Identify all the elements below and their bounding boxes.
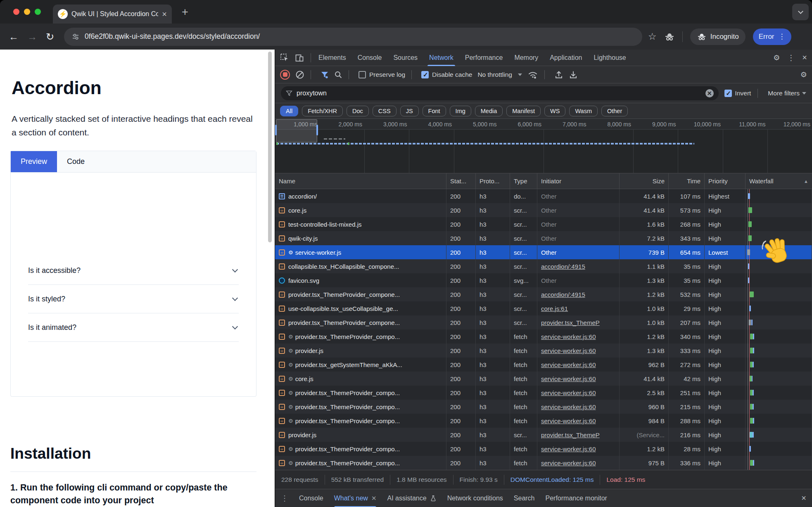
filter-input[interactable]: proxytown ✕ [281,86,719,100]
initiator-link[interactable]: service-worker.js:60 [541,417,596,424]
filter-chip-wasm[interactable]: Wasm [569,106,598,116]
filter-funnel-icon[interactable] [321,71,329,79]
search-icon[interactable] [334,71,342,79]
selection-right-handle[interactable] [316,125,318,135]
drawer-tab-close-icon[interactable]: ✕ [371,495,377,502]
drawer-tab-console[interactable]: Console [299,489,323,507]
tab-search-chevron-button[interactable] [792,4,809,20]
initiator-link[interactable]: service-worker.js:60 [541,333,596,340]
filter-chip-media[interactable]: Media [475,106,503,116]
import-har-icon[interactable] [554,70,563,79]
close-window-button[interactable] [13,9,19,15]
column-header-name[interactable]: Name [275,173,446,189]
device-toolbar-button[interactable] [295,53,304,62]
devtools-menu-icon[interactable]: ⋮ [787,53,795,62]
network-request-row[interactable]: ⚙provider.tsx_ThemeProvider_compo...200h… [275,329,812,344]
drawer-menu-icon[interactable]: ⋮ [281,494,288,503]
network-overview-timeline[interactable]: 1,000 ms2,000 ms3,000 ms4,000 ms5,000 ms… [275,119,812,173]
accordion-item[interactable]: Is it animated? [28,313,239,342]
devtools-tab-application[interactable]: Application [550,50,582,66]
filter-chip-img[interactable]: Img [450,106,471,116]
initiator-link[interactable]: service-worker.js:60 [541,445,596,453]
initiator-link[interactable]: accordion/:4915 [541,263,585,270]
more-filters-button[interactable]: More filters [768,90,806,97]
invert-checkbox[interactable] [724,90,732,97]
initiator-link[interactable]: provider.tsx_ThemeP [541,431,600,438]
incognito-badge[interactable]: Incognito [690,28,746,45]
devtools-tab-network[interactable]: Network [429,50,453,66]
network-request-row[interactable]: use-collapsible.tsx_useCollapsible_ge...… [275,301,812,315]
network-conditions-icon[interactable] [527,70,538,79]
network-request-row[interactable]: ⚙provider.tsx_ThemeProvider_compo...200h… [275,400,812,414]
preserve-log-toggle[interactable]: Preserve log [359,71,405,78]
devtools-tab-console[interactable]: Console [358,50,382,66]
column-header-size[interactable]: Size [620,173,669,189]
column-header-proto[interactable]: Proto... [476,173,510,189]
tab-code[interactable]: Code [57,151,95,172]
initiator-link[interactable]: service-worker.js:60 [541,460,596,467]
export-har-icon[interactable] [569,70,578,79]
network-request-row[interactable]: provider.tsx_ThemeProvider_compone...200… [275,315,812,329]
devtools-tab-sources[interactable]: Sources [393,50,418,66]
reload-button[interactable]: ↻ [46,31,54,43]
devtools-close-icon[interactable]: × [802,53,807,62]
network-request-row[interactable]: qwik-city.js200h3scr...Other7.2 kB343 ms… [275,231,812,245]
drawer-tab-aiassistance[interactable]: AI assistance [387,489,436,507]
tab-preview[interactable]: Preview [11,151,57,172]
filter-chip-other[interactable]: Other [601,106,628,116]
filter-chip-font[interactable]: Font [423,106,446,116]
column-header-type[interactable]: Type [510,173,537,189]
drawer-close-icon[interactable]: × [801,493,806,503]
network-settings-gear-icon[interactable]: ⚙ [800,70,807,79]
network-request-row[interactable]: ⚙provider.tsx_getSystemTheme_aKkA...200h… [275,358,812,372]
devtools-tab-memory[interactable]: Memory [514,50,538,66]
column-header-time[interactable]: Time [669,173,705,189]
network-request-row[interactable]: accordion/200h3do...Other41.4 kB107 msHi… [275,189,812,203]
minimize-window-button[interactable] [24,9,30,15]
back-button[interactable]: ← [9,31,19,43]
selection-left-handle[interactable] [275,125,277,135]
extension-incognito-icon[interactable] [664,32,675,41]
network-request-row[interactable]: test-controlled-list-mixed.js200h3scr...… [275,217,812,231]
zoom-window-button[interactable] [35,9,41,15]
filter-chip-ws[interactable]: WS [544,106,565,116]
initiator-link[interactable]: service-worker.js:60 [541,389,596,396]
network-request-row[interactable]: ⚙provider.tsx_ThemeProvider_compo...200h… [275,456,812,470]
column-header-waterfall[interactable]: Waterfall▲ [746,173,812,189]
drawer-tab-performancemonitor[interactable]: Performance monitor [546,489,607,507]
initiator-link[interactable]: service-worker.js:60 [541,403,596,410]
network-request-row[interactable]: collapsible.tsx_HCollapsible_compone...2… [275,259,812,273]
settings-gear-icon[interactable]: ⚙ [773,53,780,62]
record-network-log-button[interactable] [280,70,290,80]
devtools-tab-elements[interactable]: Elements [318,50,346,66]
initiator-link[interactable]: accordion/:4915 [541,291,585,298]
more-options-icon[interactable]: ⋮ [779,32,786,41]
network-request-row[interactable]: core.js200h3scr...Other41.4 kB573 msHigh [275,203,812,217]
drawer-tab-search[interactable]: Search [514,489,535,507]
network-request-row[interactable]: ⚙provider.tsx_ThemeProvider_compo...200h… [275,386,812,400]
network-request-row[interactable]: provider.js200h3scr...provider.tsx_Theme… [275,428,812,442]
devtools-tab-performance[interactable]: Performance [465,50,503,66]
inspect-element-button[interactable] [280,53,289,62]
disable-cache-toggle[interactable]: Disable cache [421,71,472,78]
network-request-row[interactable]: favicon.svg200h3svg...Other1.3 kB35 msHi… [275,273,812,287]
page-scrollbar-thumb[interactable] [268,52,272,242]
filter-chip-fetchxhr[interactable]: Fetch/XHR [302,106,343,116]
invert-filter-toggle[interactable]: Invert [724,90,751,97]
devtools-tab-lighthouse[interactable]: Lighthouse [594,50,626,66]
network-request-row[interactable]: ⚙provider.tsx_ThemeProvider_compo...200h… [275,414,812,428]
address-bar[interactable]: 0f6e2f0b.qwik-ui-site.pages.dev/docs/sty… [64,28,642,46]
drawer-tab-whatsnew[interactable]: What's new✕ [334,489,377,507]
initiator-link[interactable]: service-worker.js:60 [541,375,596,382]
timeline-selection[interactable] [276,119,317,142]
network-request-row[interactable]: ⚙core.js200h3fetchservice-worker.js:6041… [275,372,812,386]
accordion-item[interactable]: Is it accessible? [28,256,239,285]
filter-chip-doc[interactable]: Doc [347,106,369,116]
column-header-stat[interactable]: Stat... [446,173,476,189]
network-request-row[interactable]: ⚙provider.tsx_ThemeProvider_compo...200h… [275,442,812,456]
preserve-log-checkbox[interactable] [359,71,366,78]
initiator-link[interactable]: core.js:61 [541,305,568,312]
bookmark-star-icon[interactable]: ☆ [648,31,657,42]
filter-chip-css[interactable]: CSS [373,106,397,116]
accordion-item[interactable]: Is it styled? [28,285,239,313]
